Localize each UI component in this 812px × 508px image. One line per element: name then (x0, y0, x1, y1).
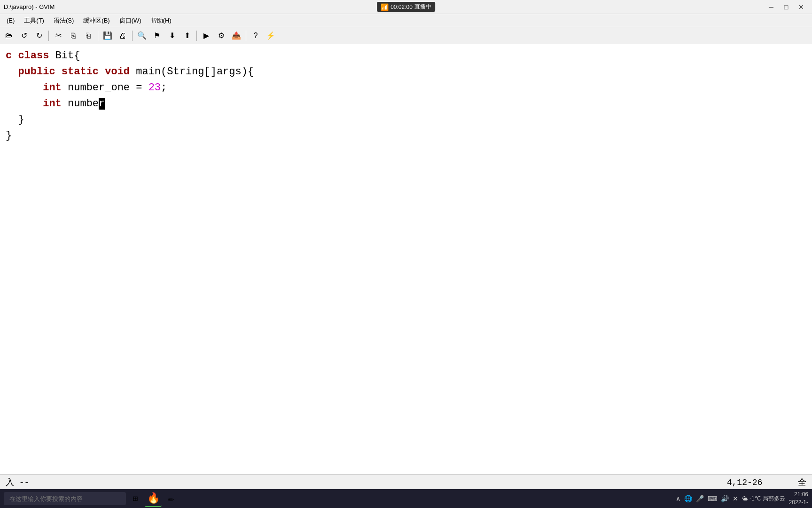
signal-icon: 📶 (381, 3, 389, 11)
app-title: D:\javapro) - GVIM (4, 3, 55, 10)
toolbar-save[interactable]: 💾 (101, 29, 115, 42)
class-name: Bit{ (49, 50, 80, 62)
taskbar-app-firefox[interactable]: 🔥 (145, 490, 162, 507)
toolbar-settings[interactable]: ⚙ (214, 29, 228, 42)
toolbar-paste[interactable]: ⎗ (81, 29, 95, 42)
toolbar-find[interactable]: 🔍 (135, 29, 149, 42)
taskbar-right: ∧ 🌐 🎤 ⌨ 🔊 ✕ 🌥 -1℃ 局部多云 21:06 2022-1- (676, 491, 808, 507)
cursor: r (99, 98, 105, 110)
semicolon-1: ; (161, 82, 167, 94)
live-label: 直播中 (414, 3, 431, 11)
statusbar: 入 -- 4,12-26 全 (0, 474, 812, 489)
close-brace-class: } (6, 130, 12, 142)
code-line-3: int number_one = 23; (6, 80, 806, 96)
code-line-5: } (6, 112, 806, 128)
method-signature: main(String[]args){ (130, 66, 254, 78)
code-line-4: int number (6, 96, 806, 112)
tray-volume-icon[interactable]: 🔊 (721, 495, 729, 502)
keyword-int-1: int (43, 82, 62, 94)
separator-1 (48, 31, 49, 41)
tray-x-icon[interactable]: ✕ (733, 495, 738, 502)
keyword-public: public (18, 66, 55, 78)
taskbar-search-input[interactable] (4, 492, 126, 505)
toolbar-print[interactable]: 🖨 (116, 29, 130, 42)
windows-taskbar: ⊞ 🔥 ✏ ∧ 🌐 🎤 ⌨ 🔊 ✕ 🌥 -1℃ 局部多云 21:06 2022-… (0, 489, 812, 508)
taskbar-app-explorer[interactable]: ⊞ (127, 490, 144, 507)
keyword-void: void (105, 66, 130, 78)
keyword-c: c (6, 50, 18, 62)
maximize-button[interactable]: □ (779, 1, 793, 13)
clock-date: 2022-1- (789, 499, 808, 507)
var-numbe: numbe (62, 98, 99, 110)
toolbar-down[interactable]: ⬇ (165, 29, 179, 42)
toolbar-undo[interactable]: ↺ (17, 29, 31, 42)
tray-clock[interactable]: 21:06 2022-1- (789, 491, 808, 507)
toolbar-copy[interactable]: ⎘ (66, 29, 80, 42)
code-editor[interactable]: c class Bit{ public static void main(Str… (0, 44, 812, 474)
menu-buffer[interactable]: 缓冲区(B) (78, 14, 114, 27)
separator-4 (196, 31, 197, 41)
titlebar: D:\javapro) - GVIM 📶 00:02:00 直播中 ─ □ ✕ (0, 0, 812, 14)
var-number-one: number_one = (62, 82, 148, 94)
keyword-static: static (62, 66, 99, 78)
toolbar-run[interactable]: ▶ (199, 29, 213, 42)
literal-23: 23 (148, 82, 161, 94)
code-line-2: public static void main(String[]args){ (6, 64, 806, 80)
toolbar-redo[interactable]: ↻ (32, 29, 46, 42)
keyword-class: class (18, 50, 49, 62)
toolbar-help[interactable]: ? (249, 29, 263, 42)
close-brace-method: } (18, 114, 24, 126)
live-badge: 📶 00:02:00 直播中 (377, 2, 435, 12)
clock-time: 21:06 (789, 491, 808, 499)
titlebar-left: D:\javapro) - GVIM (4, 3, 55, 10)
taskbar-app-editor[interactable]: ✏ (163, 490, 180, 507)
close-button[interactable]: ✕ (794, 1, 808, 13)
minimize-button[interactable]: ─ (764, 1, 778, 13)
toolbar-export[interactable]: 📤 (229, 29, 243, 42)
weather-desc: 局部多云 (763, 495, 785, 503)
menu-window[interactable]: 窗口(W) (115, 14, 146, 27)
tray-mic-icon[interactable]: 🎤 (696, 495, 704, 502)
code-line-6: } (6, 128, 806, 144)
statusbar-mode: 入 -- (6, 476, 29, 488)
menubar: (E) 工具(T) 语法(S) 缓冲区(B) 窗口(W) 帮助(H) (0, 14, 812, 27)
menu-syntax[interactable]: 语法(S) (49, 14, 78, 27)
menu-tools[interactable]: 工具(T) (19, 14, 49, 27)
keyword-int-2: int (43, 98, 62, 110)
statusbar-position: 4,12-26 全 (727, 476, 806, 488)
toolbar-cut[interactable]: ✂ (51, 29, 65, 42)
toolbar-up[interactable]: ⬆ (180, 29, 194, 42)
toolbar-flag[interactable]: ⚑ (150, 29, 164, 42)
toolbar: 🗁 ↺ ↻ ✂ ⎘ ⎗ 💾 🖨 🔍 ⚑ ⬇ ⬆ ▶ ⚙ 📤 ? ⚡ (0, 27, 812, 44)
toolbar-quick[interactable]: ⚡ (264, 29, 278, 42)
menu-file[interactable]: (E) (2, 14, 19, 27)
taskbar-left: ⊞ 🔥 ✏ (4, 490, 180, 507)
code-line-1: c class Bit{ (6, 48, 806, 64)
timer-display: 00:02:00 (390, 4, 413, 10)
weather-icon: 🌥 (742, 495, 748, 502)
titlebar-center: 📶 00:02:00 直播中 (377, 2, 435, 12)
tray-weather: 🌥 -1℃ 局部多云 (742, 495, 785, 503)
weather-temp: -1℃ (750, 495, 761, 502)
separator-2 (98, 31, 98, 41)
toolbar-open[interactable]: 🗁 (2, 29, 16, 42)
tray-network-icon[interactable]: 🌐 (684, 495, 692, 502)
tray-chevron-icon[interactable]: ∧ (676, 495, 680, 502)
tray-keyboard-icon[interactable]: ⌨ (708, 495, 717, 502)
separator-3 (132, 31, 133, 41)
separator-5 (246, 31, 246, 41)
titlebar-controls: ─ □ ✕ (764, 1, 808, 13)
menu-help[interactable]: 帮助(H) (146, 14, 176, 27)
